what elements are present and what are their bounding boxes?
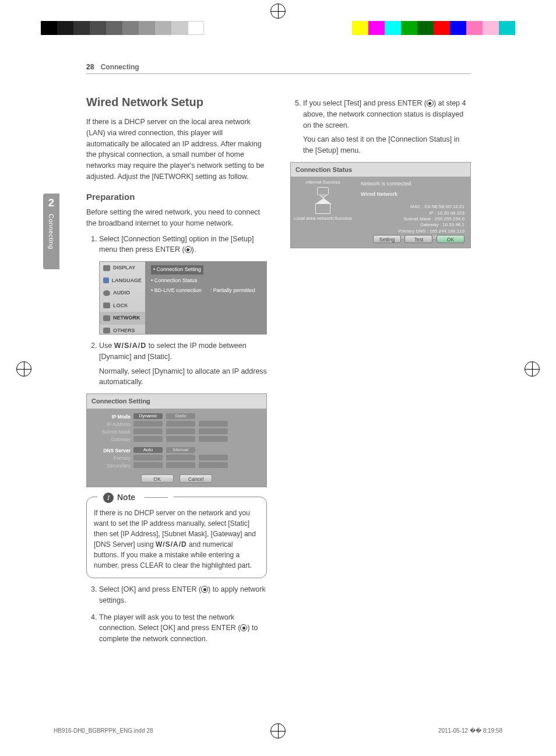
panel-title: Connection Status xyxy=(291,163,470,177)
test-button: Test xyxy=(404,235,432,243)
page-footer: HB916-DH0_BGBRPPK_ENG.indd 28 2011-05-12… xyxy=(54,727,502,734)
others-icon xyxy=(103,328,110,333)
setup-tab-audio: AUDIO xyxy=(100,287,145,300)
step-5: If you select [Test] and press ENTER () … xyxy=(303,98,471,248)
step-4: The player will ask you to test the netw… xyxy=(99,612,267,645)
step-3: Select [OK] and press ENTER () to apply … xyxy=(99,584,267,606)
menu-item-bdlive: • BD-LIVE connection : Partially permitt… xyxy=(151,287,261,295)
reg-bars-right xyxy=(352,21,515,35)
footer-filename: HB916-DH0_BGBRPPK_ENG.indd 28 xyxy=(54,727,153,734)
setup-tab-lock: LOCK xyxy=(100,300,145,312)
cancel-button: Cancel xyxy=(180,474,212,483)
setup-tab-network: NETWORK xyxy=(100,312,145,325)
setup-tab-language: LANGUAGE xyxy=(100,275,145,287)
step-5-sub: You can also test it on the [Connection … xyxy=(303,134,471,156)
left-column: Wired Network Setup If there is a DHCP s… xyxy=(86,93,267,650)
lan-status: Local area network:Success xyxy=(293,215,353,222)
connection-status-screenshot: Connection Status Internet:Success Local… xyxy=(290,162,471,248)
dns-auto: Auto xyxy=(133,447,163,453)
chapter-number: 2 xyxy=(43,194,59,209)
net-message: Network is connected. xyxy=(361,180,464,188)
globe-icon xyxy=(317,187,329,195)
audio-icon xyxy=(103,290,110,296)
menu-item-conn-setting: • Connection Setting xyxy=(151,265,203,275)
preparation-text: Before setting the wired network, you ne… xyxy=(86,207,267,229)
dns-manual: Manual xyxy=(166,447,195,453)
connection-setting-screenshot: Connection Setting IP Mode IP Address Su… xyxy=(86,393,267,487)
network-icon xyxy=(103,315,110,321)
page-header: 28 Connecting xyxy=(86,63,471,74)
enter-icon xyxy=(185,246,192,253)
enter-icon xyxy=(240,624,247,631)
reg-bars-left xyxy=(41,21,204,35)
net-type: Wired Network xyxy=(361,191,464,199)
status-details: Network is connected. Wired Network MAC … xyxy=(355,177,470,233)
setup-tab-others: OTHERS xyxy=(100,325,145,337)
setup-tab-display: DISPLAY xyxy=(100,262,145,275)
setup-sidebar: DISPLAY LANGUAGE AUDIO LOCK NETWORK OTHE… xyxy=(100,262,145,334)
language-icon xyxy=(103,277,109,283)
chapter-side-tab: 2 Connecting xyxy=(43,194,59,269)
crosshair-icon xyxy=(16,361,31,377)
status-diagram: Internet:Success Local area network:Succ… xyxy=(291,177,355,233)
step-1: Select [Connection Setting] option in th… xyxy=(99,234,267,335)
setup-main-panel: • Connection Setting • Connection Status… xyxy=(145,262,266,334)
steps-list-cont: If you select [Test] and press ENTER () … xyxy=(290,98,471,248)
step-2: Use W/S/A/D to select the IP mode betwee… xyxy=(99,340,267,578)
house-icon xyxy=(315,203,330,214)
page-number: 28 xyxy=(86,63,94,71)
ok-button: OK xyxy=(141,474,174,483)
ok-button: OK xyxy=(437,235,464,243)
ipmode-dynamic: Dynamic xyxy=(133,413,163,419)
steps-list: Select [Connection Setting] option in th… xyxy=(86,234,267,645)
chapter-label: Connecting xyxy=(48,209,55,249)
intro-paragraph: If there is a DHCP server on the local a… xyxy=(86,117,267,182)
right-column: If you select [Test] and press ENTER () … xyxy=(290,93,471,650)
note-icon: ! xyxy=(103,493,114,503)
display-icon xyxy=(103,265,110,271)
enter-icon xyxy=(201,586,208,593)
arrow-keys-icon: W/S/A/D xyxy=(156,540,187,548)
ipmode-static: Static xyxy=(166,413,195,419)
panel-title: Connection Setting xyxy=(87,394,266,409)
crosshair-icon xyxy=(270,3,286,19)
menu-item-conn-status: • Connection Status xyxy=(151,277,261,285)
section-title: Wired Network Setup xyxy=(86,93,267,111)
enter-icon xyxy=(427,100,434,107)
footer-timestamp: 2011-05-12 �� 8:19:58 xyxy=(438,727,502,734)
note-heading: ! Note xyxy=(97,491,174,504)
step-2-sub: Normally, select [Dynamic] to allocate a… xyxy=(99,366,267,388)
preparation-heading: Preparation xyxy=(86,191,267,204)
setting-button: Setting xyxy=(373,235,401,243)
print-registration-marks xyxy=(0,16,556,40)
field-labels: IP Mode IP Address Subnet Mask Gateway D… xyxy=(93,413,131,470)
note-box: ! Note If there is no DHCP server on the… xyxy=(86,497,267,578)
arrow-keys-icon: W/S/A/D xyxy=(114,342,147,350)
setup-menu-screenshot: DISPLAY LANGUAGE AUDIO LOCK NETWORK OTHE… xyxy=(99,261,267,335)
internet-status: Internet:Success xyxy=(293,179,353,186)
page-section: Connecting xyxy=(101,63,139,71)
crosshair-icon xyxy=(525,361,540,377)
lock-icon xyxy=(103,303,110,308)
